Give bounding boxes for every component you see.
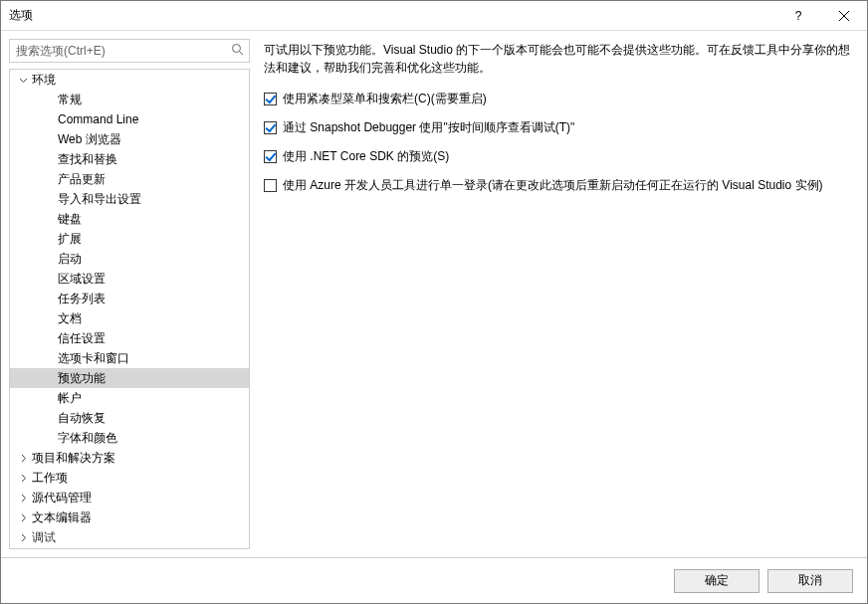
checkbox-label: 使用紧凑型菜单和搜索栏(C)(需要重启) xyxy=(283,91,487,107)
tree-item[interactable]: 任务列表 xyxy=(10,289,249,308)
search-wrap xyxy=(9,39,250,63)
tree-item-label: 扩展 xyxy=(58,232,82,246)
checkbox[interactable] xyxy=(264,121,277,134)
tree-item[interactable]: 导入和导出设置 xyxy=(10,189,249,209)
tree-item-label: 帐户 xyxy=(58,391,82,405)
tree-item-label: 产品更新 xyxy=(58,172,106,186)
close-icon xyxy=(839,11,849,21)
chevron-right-icon[interactable] xyxy=(18,512,28,522)
tree-item-label: 文本编辑器 xyxy=(32,510,92,524)
tree-item-label: 启动 xyxy=(58,252,82,266)
checkbox-label: 通过 Snapshot Debugger 使用"按时间顺序查看调试(T)" xyxy=(283,119,574,136)
tree-item-label: 查找和替换 xyxy=(58,152,117,166)
footer: 确定 取消 xyxy=(1,557,867,603)
window-title: 选项 xyxy=(9,7,775,24)
tree-item[interactable]: 预览功能 xyxy=(10,368,249,388)
tree-item[interactable]: 帐户 xyxy=(10,388,249,408)
tree-item-label: 键盘 xyxy=(58,212,82,226)
checkbox-label: 使用 .NET Core SDK 的预览(S) xyxy=(283,148,449,165)
chevron-right-icon[interactable] xyxy=(18,473,28,483)
tree-item-label: 自动恢复 xyxy=(58,411,106,425)
tree-item-label: 文档 xyxy=(58,311,82,325)
tree-item-label: 预览功能 xyxy=(58,371,106,385)
tree-item[interactable]: 文本编辑器 xyxy=(10,507,249,527)
help-button[interactable]: ? xyxy=(775,1,821,31)
tree-item[interactable]: 自动恢复 xyxy=(10,408,249,428)
tree-item-label: 项目和解决方案 xyxy=(32,451,115,465)
tree-item[interactable]: Web 浏览器 xyxy=(10,129,249,149)
search-input[interactable] xyxy=(10,40,249,62)
chevron-down-icon[interactable] xyxy=(18,75,28,85)
tree-item[interactable]: 键盘 xyxy=(10,209,249,229)
tree-item[interactable]: 查找和替换 xyxy=(10,149,249,169)
close-button[interactable] xyxy=(821,1,867,31)
tree-item-label: Web 浏览器 xyxy=(58,132,121,146)
cancel-button[interactable]: 取消 xyxy=(767,569,853,593)
options-dialog: 选项 ? 环境常规Command LineWeb 浏览器查找和替换产品更新导入和… xyxy=(0,0,868,604)
checkbox[interactable] xyxy=(264,150,277,163)
options-tree[interactable]: 环境常规Command LineWeb 浏览器查找和替换产品更新导入和导出设置键… xyxy=(9,69,250,549)
checkbox-row: 通过 Snapshot Debugger 使用"按时间顺序查看调试(T)" xyxy=(264,119,857,136)
checkbox-row: 使用 .NET Core SDK 的预览(S) xyxy=(264,148,857,165)
tree-item-label: 调试 xyxy=(32,530,56,544)
tree-item[interactable]: 工作项 xyxy=(10,468,249,488)
tree-item[interactable]: 环境 xyxy=(10,70,249,90)
tree-item[interactable]: 调试 xyxy=(10,527,249,547)
tree-item-label: 区域设置 xyxy=(58,272,106,286)
checkbox[interactable] xyxy=(264,179,277,192)
help-icon: ? xyxy=(795,9,802,23)
tree-item-label: 选项卡和窗口 xyxy=(58,351,129,365)
tree-item[interactable]: 启动 xyxy=(10,249,249,269)
ok-button[interactable]: 确定 xyxy=(674,569,760,593)
right-panel: 可试用以下预览功能。Visual Studio 的下一个版本可能会也可能不会提供… xyxy=(264,39,857,549)
tree-item-label: 任务列表 xyxy=(58,292,106,305)
tree-item[interactable]: 常规 xyxy=(10,90,249,109)
chevron-right-icon[interactable] xyxy=(18,532,28,542)
tree-item[interactable]: 选项卡和窗口 xyxy=(10,348,249,368)
tree-item[interactable]: Command Line xyxy=(10,109,249,129)
left-panel: 环境常规Command LineWeb 浏览器查找和替换产品更新导入和导出设置键… xyxy=(9,39,250,549)
checkbox-row: 使用 Azure 开发人员工具进行单一登录(请在更改此选项后重新启动任何正在运行… xyxy=(264,177,857,194)
tree-item[interactable]: 源代码管理 xyxy=(10,488,249,507)
checkbox-row: 使用紧凑型菜单和搜索栏(C)(需要重启) xyxy=(264,91,857,107)
tree-item[interactable]: 文档 xyxy=(10,308,249,328)
chevron-right-icon[interactable] xyxy=(18,453,28,463)
description-text: 可试用以下预览功能。Visual Studio 的下一个版本可能会也可能不会提供… xyxy=(264,41,857,77)
tree-item-label: 字体和颜色 xyxy=(58,431,117,445)
tree-item[interactable]: 产品更新 xyxy=(10,169,249,189)
tree-item[interactable]: 项目和解决方案 xyxy=(10,448,249,468)
titlebar: 选项 ? xyxy=(1,1,867,31)
tree-item-label: 常规 xyxy=(58,93,82,106)
tree-item[interactable]: 区域设置 xyxy=(10,269,249,289)
checkbox[interactable] xyxy=(264,93,277,105)
tree-item-label: 导入和导出设置 xyxy=(58,192,141,206)
tree-item[interactable]: 扩展 xyxy=(10,229,249,249)
options-list: 使用紧凑型菜单和搜索栏(C)(需要重启)通过 Snapshot Debugger… xyxy=(264,91,857,206)
content-area: 环境常规Command LineWeb 浏览器查找和替换产品更新导入和导出设置键… xyxy=(1,31,867,557)
tree-item-label: 源代码管理 xyxy=(32,491,92,504)
tree-item-label: 信任设置 xyxy=(58,331,106,345)
chevron-right-icon[interactable] xyxy=(18,493,28,503)
checkbox-label: 使用 Azure 开发人员工具进行单一登录(请在更改此选项后重新启动任何正在运行… xyxy=(283,177,823,194)
tree-item[interactable]: 信任设置 xyxy=(10,328,249,348)
tree-item[interactable]: 字体和颜色 xyxy=(10,428,249,448)
tree-item-label: 环境 xyxy=(32,73,56,87)
tree-item-label: Command Line xyxy=(58,112,138,126)
tree-item-label: 工作项 xyxy=(32,471,68,485)
